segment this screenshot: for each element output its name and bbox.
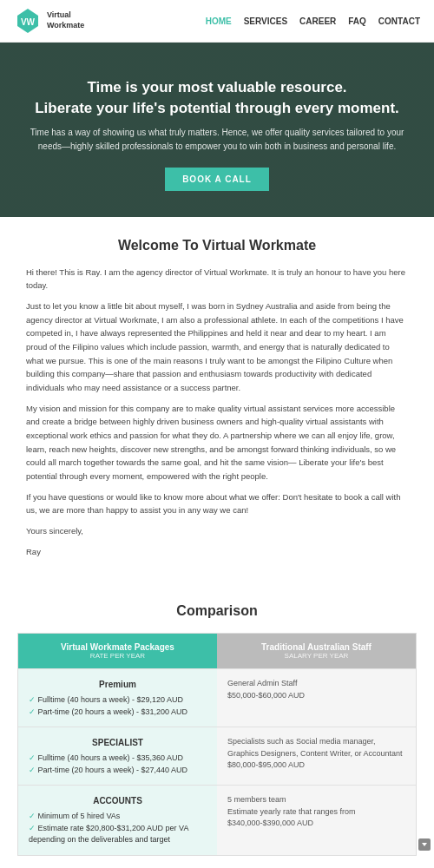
pkg-specialist-right: Specialists such as Social media manager… xyxy=(217,727,416,785)
svg-text:VW: VW xyxy=(21,17,36,27)
welcome-p2: Just to let you know a little bit about … xyxy=(26,299,408,395)
hero-cta-button[interactable]: BOOK A CALL xyxy=(165,168,269,191)
nav-career[interactable]: CAREER xyxy=(299,16,336,26)
nav-services[interactable]: SERVICES xyxy=(244,16,287,26)
pkg-premium-left: Premium ✓ Fulltime (40 hours a week) - $… xyxy=(18,668,217,727)
welcome-p4: If you have questions or would like to k… xyxy=(26,490,408,517)
col-header-left: Virtual Workmate Packages RATE PER YEAR xyxy=(18,634,217,668)
logo-icon: VW xyxy=(14,7,42,35)
navbar: VW VirtualWorkmate HOME SERVICES CAREER … xyxy=(0,0,434,43)
comparison-title: Comparison xyxy=(17,603,417,619)
welcome-p5: Yours sincerely, xyxy=(26,524,408,538)
welcome-title: Welcome To Virtual Workmate xyxy=(26,238,408,253)
welcome-p6: Ray xyxy=(26,545,408,559)
nav-home[interactable]: HOME xyxy=(206,16,232,26)
pkg-accounts-right: 5 members teamEstimate yearly rate that … xyxy=(217,785,416,855)
scroll-indicator[interactable] xyxy=(418,838,431,851)
logo-text: VirtualWorkmate xyxy=(47,10,84,30)
welcome-p3: My vision and mission for this company a… xyxy=(26,402,408,483)
comparison-section: Comparison Virtual Workmate Packages RAT… xyxy=(0,586,434,868)
welcome-p1: Hi there! This is Ray. I am the agency d… xyxy=(26,266,408,293)
nav-contact[interactable]: CONTACT xyxy=(378,16,420,26)
hero-body: Time has a way of showing us what truly … xyxy=(26,126,408,154)
hero-section: Time is your most valuable resource. Lib… xyxy=(0,43,434,217)
pkg-premium-right: General Admin Staff$50,000-$60,000 AUD xyxy=(217,668,416,727)
pkg-specialist-left: SPECIALIST ✓ Fulltime (40 hours a week) … xyxy=(18,727,217,785)
welcome-section: Welcome To Virtual Workmate Hi there! Th… xyxy=(0,217,434,587)
nav-links: HOME SERVICES CAREER FAQ CONTACT xyxy=(206,16,420,26)
pkg-accounts-left: ACCOUNTS ✓ Minimum of 5 hired VAs ✓ Esti… xyxy=(18,785,217,855)
hero-headline: Time is your most valuable resource. Lib… xyxy=(26,77,408,119)
logo: VW VirtualWorkmate xyxy=(14,7,84,35)
comparison-grid: Virtual Workmate Packages RATE PER YEAR … xyxy=(17,633,417,856)
col-header-right: Traditional Australian Staff SALARY PER … xyxy=(217,634,416,668)
nav-faq[interactable]: FAQ xyxy=(348,16,366,26)
